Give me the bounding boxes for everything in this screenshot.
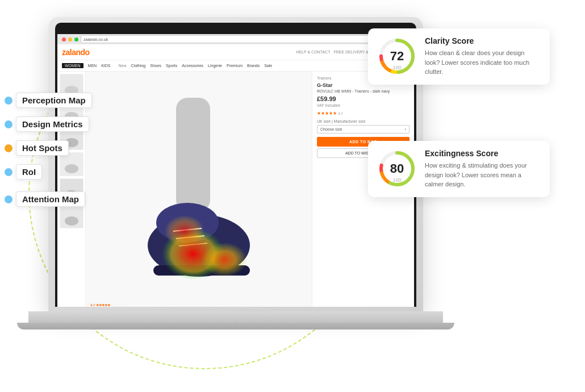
excitingness-title: Excitingness Score xyxy=(425,149,541,158)
close-icon[interactable] xyxy=(62,37,66,41)
nav-help: HELP & CONTACT xyxy=(296,50,330,54)
thumbnail-4[interactable] xyxy=(60,152,83,176)
thumbnail-6[interactable] xyxy=(60,205,83,228)
perception-map-dot xyxy=(5,97,12,105)
cat-women[interactable]: WOMEN xyxy=(62,63,83,68)
site-logo: zalando xyxy=(62,48,90,57)
label-hot-spots[interactable]: Hot Spots xyxy=(5,140,69,156)
attribution: 4.7 ★★★★★ Google Customer Reviews xyxy=(90,303,119,307)
svg-point-7 xyxy=(65,164,78,173)
product-stars: ★★★★★ 4.7 xyxy=(317,111,410,116)
product-name: ROVULC HB WMN - Trainers - dark navy xyxy=(317,89,410,93)
cat-premium[interactable]: Premium xyxy=(227,64,243,68)
size-selector[interactable]: Choose size › xyxy=(317,125,410,134)
product-main-image: 4.7 ★★★★★ Google Customer Reviews xyxy=(86,72,312,307)
clarity-score-card: 72 100 Clarity Score How clean & clear d… xyxy=(368,28,550,85)
label-perception-map[interactable]: Perception Map xyxy=(5,93,92,108)
clarity-score-number: 72 xyxy=(390,50,404,62)
product-price: £59.99 xyxy=(317,95,410,102)
hot-spots-dot xyxy=(5,144,12,152)
excitingness-score-text: Excitingness Score How exciting & stimul… xyxy=(425,149,541,189)
hot-spots-tag: Hot Spots xyxy=(16,140,69,156)
roi-dot xyxy=(5,168,12,176)
url-bar[interactable]: zalando.co.uk xyxy=(81,35,410,43)
excitingness-gauge: 80 100 xyxy=(377,149,417,189)
shoe-scene xyxy=(86,72,312,307)
main-scene: zalando.co.uk zalando HELP & CONTACT FRE… xyxy=(0,0,585,392)
cat-kids[interactable]: KIDS xyxy=(101,64,110,68)
excitingness-description: How exciting & stimulating does your des… xyxy=(425,161,541,189)
minimize-icon[interactable] xyxy=(68,37,72,41)
laptop-foot xyxy=(17,323,454,330)
cat-brands[interactable]: Brands xyxy=(247,64,260,68)
clarity-description: How clean & clear does your design look?… xyxy=(425,48,541,77)
product-layout: 4.7 ★★★★★ Google Customer Reviews Traine… xyxy=(57,72,414,307)
svg-point-21 xyxy=(165,215,204,247)
cat-clothing[interactable]: Clothing xyxy=(131,64,146,68)
cat-sports[interactable]: Sports xyxy=(166,64,177,68)
window-chrome: zalando.co.uk xyxy=(57,34,414,44)
cat-sale[interactable]: Sale xyxy=(264,64,272,68)
label-design-metrics[interactable]: Design Metrics xyxy=(5,116,89,132)
shoe-svg xyxy=(136,98,261,291)
clarity-score-total: 100 xyxy=(392,65,401,70)
svg-point-11 xyxy=(65,216,78,226)
excitingness-score-card: 80 100 Excitingness Score How exciting &… xyxy=(368,141,550,197)
laptop-body: zalando.co.uk zalando HELP & CONTACT FRE… xyxy=(48,17,423,312)
clarity-gauge: 72 100 xyxy=(377,36,417,76)
product-price-note: VAT included xyxy=(317,103,410,107)
cat-shoes[interactable]: Shoes xyxy=(150,64,161,68)
design-metrics-tag: Design Metrics xyxy=(16,116,89,132)
design-metrics-dot xyxy=(5,120,12,128)
attention-map-tag: Attention Map xyxy=(16,191,85,207)
excitingness-score-number: 80 xyxy=(390,162,404,175)
maximize-icon[interactable] xyxy=(74,37,78,41)
perception-map-tag: Perception Map xyxy=(16,93,92,108)
site-nav: zalando HELP & CONTACT FREE DELIVERY & R… xyxy=(57,44,414,60)
laptop-base xyxy=(28,311,443,324)
cat-new[interactable]: New xyxy=(119,64,127,68)
cat-men[interactable]: MEN xyxy=(88,64,97,68)
label-roi[interactable]: RoI xyxy=(5,164,42,180)
roi-tag: RoI xyxy=(16,164,42,180)
cat-accessories[interactable]: Accessories xyxy=(182,64,203,68)
laptop-screen: zalando.co.uk zalando HELP & CONTACT FRE… xyxy=(57,34,414,307)
laptop-bezel: zalando.co.uk zalando HELP & CONTACT FRE… xyxy=(55,23,416,307)
attention-map-dot xyxy=(5,195,12,203)
excitingness-score-total: 100 xyxy=(392,177,401,183)
category-bar: WOMEN MEN KIDS New Clothing Shoes Sports… xyxy=(57,60,414,72)
svg-rect-12 xyxy=(176,98,210,211)
cat-lingerie[interactable]: Lingerie xyxy=(208,64,222,68)
url-text: zalando.co.uk xyxy=(83,37,108,41)
clarity-title: Clarity Score xyxy=(425,36,541,45)
label-attention-map[interactable]: Attention Map xyxy=(5,191,85,207)
svg-point-20 xyxy=(202,243,247,277)
clarity-score-text: Clarity Score How clean & clear does you… xyxy=(425,36,541,77)
size-label-uk: UK size | Manufacturer size xyxy=(317,119,410,123)
